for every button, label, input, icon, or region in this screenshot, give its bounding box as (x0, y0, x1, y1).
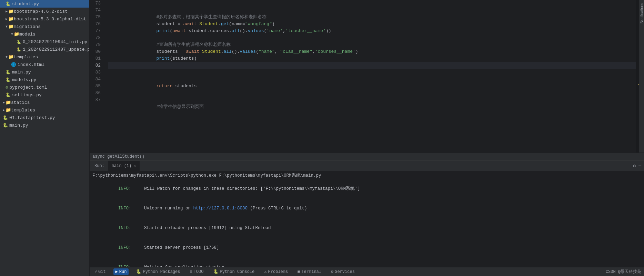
run-icon: ▶ (115, 269, 118, 274)
tab-run-label: Run: (94, 164, 104, 168)
sidebar-item-pyproject-toml[interactable]: ⚙ pyproject.toml (0, 83, 89, 91)
sidebar-item-migrations[interactable]: ▼ 📁 migrations (0, 23, 89, 30)
code-editor: 73 74 75 76 77 78 79 80 81 82 83 84 85 8… (90, 0, 644, 152)
terminal-content[interactable]: F:\pythonitems\myfastapi\.env\Scripts\py… (90, 171, 644, 267)
sidebar-item-index-html[interactable]: 🌐 index.html (0, 61, 89, 68)
chevron-down-icon: ▼ (6, 25, 8, 29)
terminal-area: Run: main (1) ✕ ⚙ — F:\pythonitems\myfas… (90, 160, 644, 267)
status-services[interactable]: ⚙ Services (329, 268, 357, 275)
git-label: Git (98, 269, 106, 274)
line-num-76: 76 (92, 21, 102, 28)
services-icon: ⚙ (331, 269, 333, 274)
services-label: Services (335, 269, 355, 274)
sidebar-label: main.py (12, 70, 31, 75)
terminal-line-2: INFO: Will watch for changes in these di… (92, 179, 641, 199)
uvicorn-link[interactable]: http://127.0.0.1:8080 (193, 206, 248, 211)
file-py-icon: 🐍 (6, 77, 11, 82)
sidebar-label: bootstrap-4.6.2-dist (14, 9, 68, 14)
folder-icon: 📁 (6, 100, 11, 105)
code-line-74: #多对多查询，根据某个学生查询报的班名称和老师名称 (108, 7, 636, 14)
notifications-panel: Notifications (639, 0, 644, 152)
sidebar-label: templates (11, 108, 35, 113)
line-num-83: 83 (92, 69, 102, 76)
python-console-label: Python Console (220, 269, 255, 274)
python-icon: 🐍 (136, 269, 141, 274)
status-run[interactable]: ▶ Run (113, 268, 129, 275)
terminal-line-6: INFO: Waiting for application startup. (92, 258, 641, 267)
code-content[interactable]: #多对多查询，根据某个学生查询报的班名称和老师名称 student = awai… (105, 0, 636, 152)
sidebar-label: templates (14, 55, 38, 60)
status-problems[interactable]: ⚠ Problems (262, 268, 290, 275)
bottom-status-bar: ⑂ Git ▶ Run 🐍 Python Packages ≡ TODO 🐍 P… (90, 267, 644, 276)
sidebar-label: student.py (12, 1, 39, 7)
mini-scrollbar (636, 0, 639, 152)
sidebar-item-init-py[interactable]: 🐍 0_20240229110944_init.py (0, 38, 89, 46)
tab-main[interactable]: main (1) ✕ (108, 161, 140, 171)
sidebar-label: migrations (14, 24, 41, 29)
terminal-label: Terminal (301, 269, 321, 274)
line-num-85: 85 (92, 83, 102, 90)
folder-icon: 📁 (8, 16, 14, 22)
file-py-icon: 🐍 (17, 40, 21, 44)
sidebar-label: models.py (12, 77, 36, 82)
sidebar-item-models[interactable]: ▼ 📁 models (0, 30, 89, 38)
python-console-icon: 🐍 (213, 269, 219, 274)
folder-icon: 📁 (14, 31, 19, 37)
line-num-86: 86 (92, 90, 102, 97)
folder-icon: 📁 (6, 107, 11, 113)
status-todo[interactable]: ≡ TODO (188, 269, 205, 275)
terminal-line-4: INFO: Started reloader process [19912] u… (92, 218, 641, 238)
sidebar-item-models-py[interactable]: 🐍 models.py (0, 76, 89, 83)
sidebar-item-bootstrap5[interactable]: ▶ 📁 bootstrap-5.3.0-alpha1-dist (0, 15, 89, 23)
line-num-77: 77 (92, 28, 102, 34)
status-git[interactable]: ⑂ Git (92, 269, 108, 275)
file-html-icon: 🌐 (11, 62, 16, 67)
line-num-84: 84 (92, 76, 102, 83)
sidebar-item-statics[interactable]: ▶ 📁 statics (0, 99, 89, 106)
sidebar-item-settings-py[interactable]: 🐍 settings.py (0, 91, 89, 99)
tab-close-icon[interactable]: ✕ (133, 164, 136, 168)
sidebar-label: 1_20240229112407_update.py (23, 47, 90, 52)
chevron-right-icon: ▶ (3, 100, 5, 105)
status-python-console[interactable]: 🐍 Python Console (211, 268, 257, 275)
code-line-78: #查询所有学生的课程名称和老师名称 (108, 34, 636, 41)
sidebar-item-templates-outer[interactable]: ▶ 📁 templates (0, 106, 89, 114)
line-num-82: 82 (92, 62, 102, 69)
sidebar-label: pyproject.toml (9, 85, 47, 90)
sidebar-item-main-py-outer[interactable]: 🐍 main.py (0, 121, 89, 129)
breadcrumb: async getAllStudent() (92, 154, 144, 159)
sidebar-label: models (19, 32, 36, 37)
notifications-label: Notifications (640, 3, 644, 23)
status-python-packages[interactable]: 🐍 Python Packages (134, 268, 182, 275)
sidebar-item-templates-inner[interactable]: ▼ 📁 templates (0, 53, 89, 61)
tab-main-label: main (1) (112, 164, 132, 168)
problems-icon: ⚠ (264, 269, 266, 274)
chevron-right-icon: ▶ (6, 17, 8, 21)
git-icon: ⑂ (94, 269, 97, 274)
main-layout: 🐍 student.py ▶ 📁 bootstrap-4.6.2-dist ▶ … (0, 0, 644, 276)
code-line-83 (108, 69, 636, 76)
file-py-icon: 🐍 (17, 47, 21, 52)
sidebar-item-main-py-inner[interactable]: 🐍 main.py (0, 68, 89, 76)
code-line-87: #将学生信息显示到页面 (108, 97, 636, 103)
minimize-icon[interactable]: — (638, 163, 641, 169)
todo-icon: ≡ (190, 269, 192, 274)
todo-label: TODO (194, 269, 204, 274)
chevron-down-icon: ▼ (6, 55, 8, 59)
tab-run[interactable]: Run: (91, 161, 108, 171)
chevron-right-icon: ▶ (6, 9, 8, 13)
settings-icon[interactable]: ⚙ (633, 163, 636, 169)
status-terminal[interactable]: ▣ Terminal (295, 268, 323, 275)
sidebar-label: settings.py (12, 92, 42, 98)
terminal-line-1: F:\pythonitems\myfastapi\.env\Scripts\py… (92, 172, 641, 179)
folder-icon: 📁 (8, 24, 14, 29)
sidebar-item-student-py[interactable]: 🐍 student.py (0, 0, 89, 8)
line-num-80: 80 (92, 48, 102, 55)
sidebar-item-update-py[interactable]: 🐍 1_20240229112407_update.py (0, 46, 89, 53)
sidebar-item-01-fastapi[interactable]: 🐍 01.fastapitest.py (0, 114, 89, 121)
file-py-icon: 🐍 (6, 92, 11, 98)
editor-area: 73 74 75 76 77 78 79 80 81 82 83 84 85 8… (90, 0, 644, 276)
sidebar-item-bootstrap4[interactable]: ▶ 📁 bootstrap-4.6.2-dist (0, 8, 89, 15)
chevron-down-icon: ▼ (11, 32, 13, 36)
code-line-84: return students (108, 76, 636, 83)
